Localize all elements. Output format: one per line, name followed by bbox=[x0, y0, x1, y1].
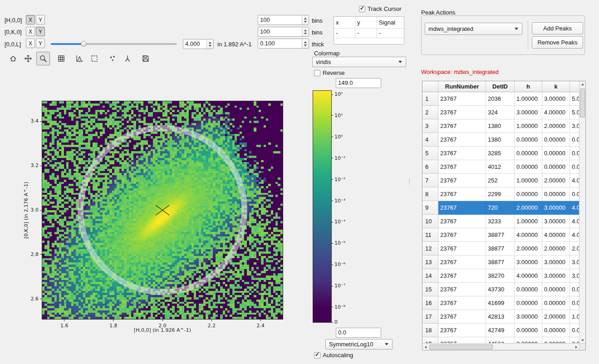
l-cell[interactable]: 1.00000 bbox=[570, 310, 579, 324]
pan-button[interactable] bbox=[21, 52, 35, 65]
bins-y-spinbox[interactable]: 100 bbox=[258, 27, 309, 37]
detid-cell[interactable]: 42813 bbox=[486, 310, 515, 324]
scale-combo[interactable]: SymmetricLog10 bbox=[325, 339, 393, 349]
spinbox-arrows[interactable] bbox=[302, 27, 309, 36]
non-orthogonal-axes-button[interactable] bbox=[121, 52, 134, 65]
spin-up-icon[interactable] bbox=[209, 42, 211, 44]
peaks-table-row[interactable]: 1723767428133.000002.000001.00000 bbox=[422, 310, 579, 324]
h-cell[interactable]: 0.00000 bbox=[515, 187, 542, 201]
peaks-table-row[interactable]: 9237677202.000003.000004.00000 bbox=[422, 201, 579, 215]
detid-cell[interactable]: 324 bbox=[486, 106, 515, 119]
h-cell[interactable]: 0.00000 bbox=[515, 283, 542, 296]
detid-cell[interactable]: 2299 bbox=[486, 187, 515, 201]
colorbar-min-input[interactable]: 0.0 bbox=[336, 328, 381, 338]
k-header[interactable]: k bbox=[542, 81, 570, 92]
spinbox-arrows[interactable] bbox=[302, 15, 309, 25]
h-cell[interactable]: 3.00000 bbox=[515, 256, 542, 269]
detid-cell[interactable]: 1380 bbox=[486, 119, 515, 133]
h-cell[interactable]: 1.00000 bbox=[515, 92, 542, 106]
grid-button[interactable] bbox=[54, 52, 68, 65]
run-number-cell[interactable]: 23767 bbox=[438, 215, 486, 228]
peaks-table-row[interactable]: 62376740120.000000.000000.00000 bbox=[422, 160, 579, 174]
detid-cell[interactable]: 720 bbox=[486, 201, 515, 215]
detid-cell[interactable]: 41699 bbox=[486, 296, 515, 310]
run-number-cell[interactable]: 23767 bbox=[438, 256, 486, 269]
h-cell[interactable]: 4.00000 bbox=[515, 228, 542, 242]
track-cursor-checkbox[interactable] bbox=[359, 6, 365, 12]
peaks-workspace-combo[interactable]: mdws_integrated bbox=[425, 23, 522, 35]
k-cell[interactable]: 2.00000 bbox=[542, 310, 570, 324]
l-cell[interactable]: 3.00000 bbox=[570, 256, 579, 269]
k-cell[interactable]: 4.00000 bbox=[542, 228, 570, 242]
peaks-table-row[interactable]: 52376732850.000000.000000.00000 bbox=[422, 147, 579, 160]
colorbar-canvas[interactable] bbox=[313, 91, 331, 322]
run-number-cell[interactable]: 23767 bbox=[438, 201, 486, 215]
l-cell[interactable]: 0.00000 bbox=[570, 187, 579, 201]
spin-up-icon[interactable] bbox=[304, 18, 307, 20]
k-cell[interactable]: 0.00000 bbox=[542, 324, 570, 337]
peaks-table-row[interactable]: 1423767382704.000003.000003.00000 bbox=[422, 269, 579, 283]
detid-cell[interactable]: 3285 bbox=[486, 147, 515, 160]
l-cell[interactable]: 0.00000 bbox=[570, 133, 579, 147]
peaks-table-row[interactable]: 1123767388774.000004.000004.00000 bbox=[422, 228, 579, 242]
peaks-table-row[interactable]: 1823767427490.000000.000000.00000 bbox=[422, 324, 579, 337]
k-cell[interactable]: 3.00000 bbox=[542, 215, 570, 228]
l-cell[interactable]: 5.00000 bbox=[570, 106, 579, 119]
peaks-table-row[interactable]: 82376722990.000000.000000.00000 bbox=[422, 187, 579, 201]
horizontal-scrollbar[interactable] bbox=[422, 343, 579, 350]
colormap-combo[interactable]: viridis bbox=[312, 57, 406, 67]
detid-cell[interactable]: 38270 bbox=[486, 269, 515, 283]
dim-h-y-button[interactable]: Y bbox=[36, 15, 45, 25]
peaks-table-row[interactable]: 42376713800.000000.000000.00000 bbox=[422, 133, 579, 147]
detid-cell[interactable]: 252 bbox=[486, 174, 515, 187]
scroll-right-button[interactable] bbox=[573, 344, 579, 350]
h-header[interactable]: h bbox=[515, 81, 542, 92]
h-cell[interactable]: 3.00000 bbox=[515, 337, 542, 343]
slice-value-spinbox[interactable]: 4.000 bbox=[183, 39, 214, 49]
l-cell[interactable]: 0.00000 bbox=[570, 296, 579, 310]
peaks-table-row[interactable]: 102376732331.000003.000004.00000 bbox=[422, 215, 579, 228]
peaks-table-row[interactable]: 1523767437300.000000.000000.00000 bbox=[422, 283, 579, 296]
run-number-cell[interactable]: 23767 bbox=[438, 296, 486, 310]
k-cell[interactable]: 3.00000 bbox=[542, 337, 570, 343]
slice-slider[interactable] bbox=[51, 39, 177, 49]
spin-down-icon[interactable] bbox=[304, 21, 307, 23]
run-number-cell[interactable]: 23767 bbox=[438, 228, 486, 242]
h-cell[interactable]: 0.00000 bbox=[515, 133, 542, 147]
h-cell[interactable]: 2.00000 bbox=[515, 242, 542, 256]
remove-peaks-button[interactable]: Remove Peaks bbox=[532, 36, 583, 49]
k-cell[interactable]: 4.00000 bbox=[542, 106, 570, 119]
l-cell[interactable]: 3.00000 bbox=[570, 119, 579, 133]
dim-k-x-button[interactable]: X bbox=[26, 27, 35, 36]
colorbar-max-input[interactable]: 149.0 bbox=[336, 78, 381, 88]
slider-handle[interactable] bbox=[81, 41, 87, 47]
dim-l-x-button[interactable]: X bbox=[26, 39, 35, 48]
spinbox-arrows[interactable] bbox=[302, 39, 309, 48]
thickness-spinbox[interactable]: 0.100 bbox=[258, 39, 309, 49]
spin-down-icon[interactable] bbox=[304, 33, 307, 34]
zoom-button[interactable] bbox=[36, 52, 50, 65]
splitter-handle[interactable] bbox=[409, 179, 410, 180]
h-cell[interactable]: 3.00000 bbox=[515, 310, 542, 324]
add-peaks-button[interactable]: Add Peaks bbox=[532, 22, 583, 34]
detid-cell[interactable]: 1380 bbox=[486, 133, 515, 147]
h-cell[interactable]: 3.00000 bbox=[515, 106, 542, 119]
detid-cell[interactable]: 2036 bbox=[486, 92, 515, 106]
k-cell[interactable]: 3.00000 bbox=[542, 269, 570, 283]
run-number-cell[interactable]: 23767 bbox=[438, 92, 486, 106]
scroll-left-button[interactable] bbox=[422, 344, 428, 350]
spin-down-icon[interactable] bbox=[304, 44, 307, 46]
l-cell[interactable]: 4.00000 bbox=[570, 228, 579, 242]
detid-cell[interactable]: 38877 bbox=[486, 228, 515, 242]
k-cell[interactable]: 2.00000 bbox=[542, 242, 570, 256]
run-number-cell[interactable]: 23767 bbox=[438, 337, 486, 343]
slice-plot[interactable] bbox=[42, 101, 283, 319]
h-cell[interactable]: 1.00000 bbox=[515, 119, 542, 133]
run-number-cell[interactable]: 23767 bbox=[438, 160, 486, 174]
l-cell[interactable]: 0.00000 bbox=[570, 147, 579, 160]
colorbar[interactable] bbox=[313, 91, 331, 322]
h-cell[interactable]: 0.00000 bbox=[515, 296, 542, 310]
k-cell[interactable]: 2.00000 bbox=[542, 119, 570, 133]
h-cell[interactable]: 0.00000 bbox=[515, 324, 542, 337]
spinbox-arrows[interactable] bbox=[206, 39, 213, 49]
